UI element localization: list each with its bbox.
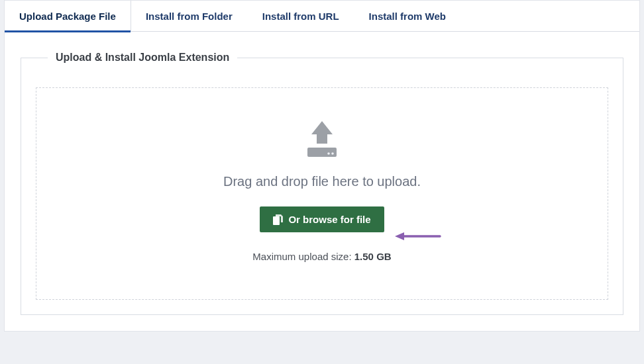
tab-install-from-folder[interactable]: Install from Folder — [131, 1, 248, 32]
upload-icon — [298, 120, 346, 162]
tab-label: Install from URL — [262, 11, 339, 22]
tab-install-from-web[interactable]: Install from Web — [354, 1, 461, 32]
max-size-value: 1.50 GB — [354, 251, 392, 262]
copy-icon — [273, 214, 283, 225]
tab-content: Upload & Install Joomla Extension Drag a… — [5, 32, 639, 331]
tab-upload-package-file[interactable]: Upload Package File — [5, 1, 131, 32]
drag-drop-text: Drag and drop file here to upload. — [50, 174, 594, 189]
svg-point-2 — [331, 152, 334, 155]
svg-rect-3 — [273, 216, 280, 225]
tab-label: Install from Web — [369, 11, 446, 22]
fieldset-legend: Upload & Install Joomla Extension — [48, 52, 237, 64]
upload-fieldset: Upload & Install Joomla Extension Drag a… — [21, 52, 623, 315]
browse-button-label: Or browse for file — [288, 214, 370, 225]
browse-button[interactable]: Or browse for file — [260, 206, 384, 232]
dropzone[interactable]: Drag and drop file here to upload. Or br… — [36, 87, 608, 300]
max-size-prefix: Maximum upload size: — [252, 251, 354, 262]
max-upload-size: Maximum upload size: 1.50 GB — [50, 251, 594, 262]
svg-point-1 — [327, 152, 330, 155]
install-panel: Upload Package File Install from Folder … — [4, 0, 640, 332]
tab-label: Install from Folder — [146, 11, 233, 22]
tab-label: Upload Package File — [19, 11, 116, 22]
svg-rect-0 — [307, 148, 337, 157]
tabs: Upload Package File Install from Folder … — [5, 1, 639, 32]
tab-install-from-url[interactable]: Install from URL — [248, 1, 354, 32]
